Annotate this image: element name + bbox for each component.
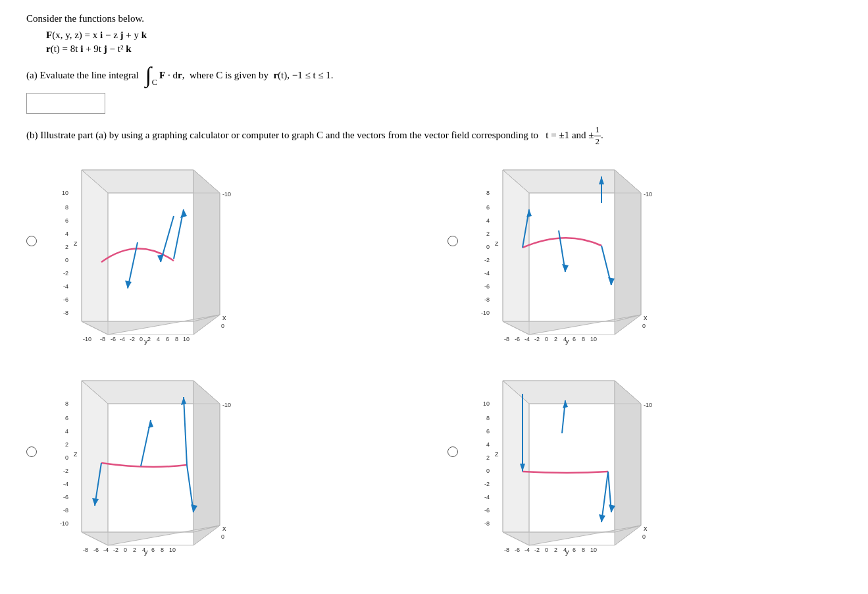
svg-text:-2: -2 (63, 468, 68, 474)
svg-text:-10: -10 (480, 310, 489, 316)
r-definition: r(t) = 8t i + 9t j − t² k (46, 43, 842, 55)
svg-text:0: 0 (221, 533, 224, 540)
svg-text:6: 6 (486, 428, 489, 435)
svg-text:10: 10 (183, 336, 190, 342)
svg-text:2: 2 (65, 244, 68, 250)
svg-text:-4: -4 (484, 270, 489, 277)
svg-text:-8: -8 (63, 507, 68, 514)
radio-1[interactable] (26, 236, 37, 246)
svg-marker-198 (599, 514, 605, 522)
svg-marker-151 (503, 381, 529, 545)
svg-text:-10: -10 (222, 191, 231, 198)
svg-text:-4: -4 (103, 547, 109, 553)
svg-text:-8: -8 (63, 310, 68, 316)
svg-text:-6: -6 (484, 283, 489, 290)
svg-text:x: x (644, 313, 648, 321)
svg-text:-6: -6 (515, 547, 520, 553)
svg-text:-4: -4 (524, 547, 530, 553)
radio-4[interactable] (447, 446, 458, 457)
svg-text:-2: -2 (113, 547, 118, 553)
svg-text:-10: -10 (83, 336, 91, 342)
svg-marker-94 (562, 264, 569, 272)
svg-text:0: 0 (486, 468, 489, 474)
svg-text:8: 8 (161, 547, 164, 553)
graph-item-1: z x y 10 8 6 4 2 0 -2 -4 -6 -8 -10 0 (26, 157, 421, 348)
svg-text:6: 6 (65, 217, 68, 224)
svg-text:-4: -4 (120, 336, 125, 342)
svg-text:0: 0 (140, 336, 143, 342)
svg-text:0: 0 (642, 323, 646, 329)
svg-text:-4: -4 (524, 336, 530, 342)
integral-body: F · dr, where C is given by r(t), −1 ≤ t… (159, 70, 334, 81)
svg-text:2: 2 (133, 547, 136, 553)
svg-text:8: 8 (65, 204, 68, 211)
graph-item-4: z x y 10 8 6 4 2 0 -2 -4 -6 -8 -10 0 -8 … (447, 367, 842, 558)
svg-text:z: z (495, 450, 499, 458)
svg-text:6: 6 (573, 547, 576, 553)
svg-text:4: 4 (157, 336, 160, 342)
part-a-label: (a) Evaluate the line integral ∫ C F · d… (26, 64, 842, 86)
svg-text:-2: -2 (63, 270, 68, 277)
svg-text:-8: -8 (504, 336, 509, 342)
svg-text:-4: -4 (63, 283, 68, 290)
svg-text:8: 8 (486, 415, 489, 421)
svg-text:-4: -4 (484, 494, 489, 500)
graph-wrap-4: z x y 10 8 6 4 2 0 -2 -4 -6 -8 -10 0 -8 … (463, 367, 654, 558)
svg-text:6: 6 (573, 336, 576, 342)
svg-text:-10: -10 (644, 402, 652, 408)
svg-text:x: x (644, 524, 648, 532)
graph-wrap-3: z x y 8 6 4 2 0 -2 -4 -6 -8 -10 -10 0 -8… (42, 367, 233, 558)
svg-text:-2: -2 (130, 336, 135, 342)
svg-text:10: 10 (169, 547, 176, 553)
svg-text:4: 4 (486, 441, 489, 448)
integral-symbol: ∫ (145, 64, 151, 86)
svg-text:2: 2 (486, 230, 489, 237)
answer-input-box[interactable] (26, 93, 105, 114)
svg-text:-8: -8 (484, 296, 489, 303)
F-definition: F(x, y, z) = x i − z j + y k (46, 30, 842, 41)
svg-text:2: 2 (486, 454, 489, 461)
svg-text:-6: -6 (111, 336, 116, 342)
svg-text:8: 8 (582, 336, 585, 342)
svg-text:2: 2 (554, 547, 557, 553)
svg-text:-6: -6 (63, 296, 68, 303)
svg-line-145 (184, 397, 187, 465)
svg-text:x: x (222, 313, 226, 321)
svg-text:0: 0 (221, 323, 224, 329)
svg-text:-2: -2 (484, 257, 489, 263)
svg-marker-150 (615, 381, 641, 545)
svg-text:-8: -8 (504, 547, 509, 553)
svg-text:-6: -6 (63, 494, 68, 500)
svg-marker-51 (503, 170, 529, 335)
svg-text:-8: -8 (83, 547, 88, 553)
svg-text:-8: -8 (100, 336, 105, 342)
svg-text:0: 0 (642, 533, 646, 540)
svg-line-197 (601, 472, 608, 522)
svg-marker-196 (609, 504, 615, 512)
svg-text:8: 8 (65, 400, 68, 407)
graph-svg-4: z x y 10 8 6 4 2 0 -2 -4 -6 -8 -10 0 -8 … (463, 367, 654, 558)
svg-text:-2: -2 (484, 481, 489, 487)
svg-text:10: 10 (590, 336, 597, 342)
svg-text:6: 6 (486, 204, 489, 211)
svg-text:6: 6 (166, 336, 169, 342)
svg-text:-4: -4 (63, 481, 68, 487)
svg-text:-6: -6 (93, 547, 99, 553)
svg-text:0: 0 (545, 547, 548, 553)
svg-text:8: 8 (175, 336, 178, 342)
graph-svg-3: z x y 8 6 4 2 0 -2 -4 -6 -8 -10 -10 0 -8… (42, 367, 233, 558)
svg-text:-10: -10 (60, 520, 68, 527)
svg-text:-2: -2 (534, 547, 540, 553)
radio-3[interactable] (26, 446, 37, 457)
svg-text:8: 8 (582, 547, 585, 553)
svg-marker-48 (180, 209, 187, 218)
svg-text:z: z (74, 239, 78, 247)
svg-text:10: 10 (482, 400, 489, 407)
svg-marker-100 (193, 381, 220, 545)
svg-text:x: x (222, 524, 226, 532)
radio-2[interactable] (447, 236, 458, 246)
svg-text:-10: -10 (644, 191, 652, 198)
graph-svg-2: z x y 8 6 4 2 0 -2 -4 -6 -8 -10 -10 0 -8… (463, 157, 654, 348)
svg-marker-1 (193, 170, 220, 335)
svg-text:0: 0 (545, 336, 548, 342)
